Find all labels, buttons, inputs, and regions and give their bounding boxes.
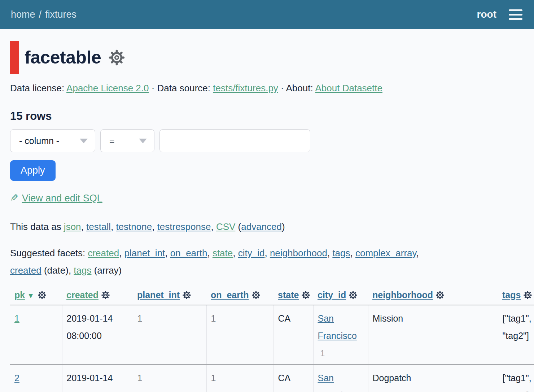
column-header-tags: tags bbox=[498, 287, 534, 305]
column-header-pk: pk▼ bbox=[10, 287, 62, 305]
column-header-city_id: city_id bbox=[313, 287, 368, 305]
link-export-advanced[interactable]: advanced bbox=[241, 221, 282, 232]
filter-value-input[interactable] bbox=[159, 129, 310, 152]
city_id-link[interactable]: San Francisco bbox=[318, 313, 357, 341]
suggested-facets-line: Suggested facets: created, planet_int, o… bbox=[10, 244, 524, 279]
column-cog-icon[interactable] bbox=[182, 291, 191, 300]
link-facet-created-date[interactable]: created bbox=[10, 265, 41, 276]
inline-text: Suggested facets: bbox=[10, 248, 88, 258]
link-export-csv[interactable]: CSV bbox=[216, 221, 235, 232]
cell-tags: ["tag1", "tag2"] bbox=[498, 305, 534, 365]
inline-text: , bbox=[264, 248, 270, 258]
breadcrumb: home/fixtures bbox=[11, 9, 76, 20]
inline-text: · bbox=[149, 83, 157, 93]
metadata-line: Data license: Apache License 2.0 · Data … bbox=[10, 83, 524, 94]
column-link-pk[interactable]: pk bbox=[14, 290, 25, 300]
sort-desc-icon: ▼ bbox=[27, 292, 34, 300]
cell-on_earth: 1 bbox=[206, 365, 273, 392]
column-cog-icon[interactable] bbox=[523, 291, 532, 300]
inline-text: ) bbox=[282, 221, 285, 232]
breadcrumb-link-fixtures[interactable]: fixtures bbox=[45, 9, 76, 20]
table-body: 12019-01-14 08:00:0011CASan Francisco1Mi… bbox=[10, 305, 534, 392]
cell-created: 2019-01-14 08:00:00 bbox=[62, 305, 133, 365]
filter-operator-value: = bbox=[109, 136, 115, 146]
filter-operator-select[interactable]: = bbox=[100, 129, 154, 152]
column-header-on_earth: on_earth bbox=[206, 287, 273, 305]
column-cog-icon[interactable] bbox=[251, 291, 261, 300]
cell-value: Dogpatch bbox=[373, 373, 411, 383]
table-row: 12019-01-14 08:00:0011CASan Francisco1Mi… bbox=[10, 305, 534, 365]
page-title: facetable bbox=[25, 47, 101, 68]
cell-planet_int: 1 bbox=[133, 305, 206, 365]
table-header-row: pk▼createdplanet_inton_earthstatecity_id… bbox=[10, 287, 534, 305]
column-cog-icon[interactable] bbox=[38, 291, 47, 300]
link-export-testnone[interactable]: testnone bbox=[116, 221, 152, 232]
link-export-testresponse[interactable]: testresponse bbox=[157, 221, 211, 232]
cell-tags: ["tag1", "tag3"] bbox=[498, 365, 534, 392]
link-data-license[interactable]: Apache License 2.0 bbox=[66, 83, 149, 93]
breadcrumb-link-home[interactable]: home bbox=[11, 9, 35, 20]
cell-value: 1 bbox=[211, 313, 216, 323]
link-facet-on-earth[interactable]: on_earth bbox=[170, 248, 207, 258]
cell-planet_int: 1 bbox=[133, 365, 206, 392]
column-link-state[interactable]: state bbox=[278, 290, 299, 300]
column-cog-icon[interactable] bbox=[101, 291, 110, 300]
column-link-created[interactable]: created bbox=[66, 290, 99, 300]
inline-text: Data source: bbox=[157, 83, 213, 93]
link-facet-tags[interactable]: tags bbox=[332, 248, 350, 258]
link-facet-neighborhood[interactable]: neighborhood bbox=[270, 248, 327, 258]
column-link-neighborhood[interactable]: neighborhood bbox=[372, 290, 433, 300]
cell-city_id: San Francisco1 bbox=[313, 365, 368, 392]
cell-city_id: San Francisco1 bbox=[313, 305, 368, 365]
column-link-city_id[interactable]: city_id bbox=[318, 290, 346, 300]
inline-text: , bbox=[165, 248, 170, 258]
column-link-planet_int[interactable]: planet_int bbox=[137, 290, 180, 300]
pk-link[interactable]: 1 bbox=[14, 313, 19, 323]
link-export-json[interactable]: json bbox=[64, 221, 81, 232]
inline-text: , bbox=[81, 221, 86, 232]
column-cog-icon[interactable] bbox=[435, 291, 445, 300]
cell-value: ["tag1", "tag3"] bbox=[503, 373, 531, 392]
column-link-on_earth[interactable]: on_earth bbox=[211, 290, 249, 300]
link-facet-complex-array[interactable]: complex_array bbox=[355, 248, 416, 258]
cell-state: CA bbox=[273, 365, 313, 392]
apply-button[interactable]: Apply bbox=[10, 160, 56, 181]
inline-text: , bbox=[327, 248, 332, 258]
link-facet-created[interactable]: created bbox=[88, 248, 119, 258]
inline-text: (date), bbox=[41, 265, 74, 276]
pencil-icon: ✎ bbox=[10, 192, 18, 204]
cell-neighborhood: Mission bbox=[368, 305, 498, 365]
column-cog-icon[interactable] bbox=[301, 291, 310, 300]
link-facet-state[interactable]: state bbox=[213, 248, 233, 258]
app-header: home/fixtures root bbox=[0, 0, 534, 29]
city_id-link[interactable]: San Francisco bbox=[318, 373, 357, 392]
table-settings-gear-icon[interactable] bbox=[108, 49, 125, 66]
cell-value: 1 bbox=[137, 313, 143, 323]
inline-text: , bbox=[111, 221, 116, 232]
inline-text: ( bbox=[235, 221, 241, 232]
table-row: 22019-01-14 08:00:0011CASan Francisco1Do… bbox=[10, 365, 534, 392]
link-export-testall[interactable]: testall bbox=[86, 221, 111, 232]
cell-on_earth: 1 bbox=[206, 305, 273, 365]
user-menu-link[interactable]: root bbox=[477, 9, 496, 20]
inline-text: , bbox=[350, 248, 355, 258]
link-facet-tags-array[interactable]: tags bbox=[74, 265, 91, 276]
filter-column-select[interactable]: - column - bbox=[10, 129, 95, 152]
hamburger-menu-icon[interactable] bbox=[509, 9, 522, 20]
link-facet-planet-int[interactable]: planet_int bbox=[124, 248, 165, 258]
column-cog-icon[interactable] bbox=[349, 291, 358, 300]
pk-link[interactable]: 2 bbox=[14, 373, 19, 383]
inline-text: , bbox=[152, 221, 157, 232]
inline-text: (array) bbox=[91, 265, 122, 276]
column-link-tags[interactable]: tags bbox=[502, 290, 521, 300]
link-data-source[interactable]: tests/fixtures.py bbox=[213, 83, 278, 93]
title-accent-bar bbox=[10, 41, 19, 74]
cell-value: 1 bbox=[137, 373, 143, 383]
link-facet-city-id[interactable]: city_id bbox=[238, 248, 265, 258]
cell-created: 2019-01-14 08:00:00 bbox=[62, 365, 133, 392]
link-about[interactable]: About Datasette bbox=[315, 83, 382, 93]
cell-value: Mission bbox=[373, 313, 403, 323]
chevron-down-icon bbox=[80, 139, 88, 143]
view-edit-sql-link[interactable]: View and edit SQL bbox=[22, 193, 102, 204]
inline-text: , bbox=[211, 221, 216, 232]
